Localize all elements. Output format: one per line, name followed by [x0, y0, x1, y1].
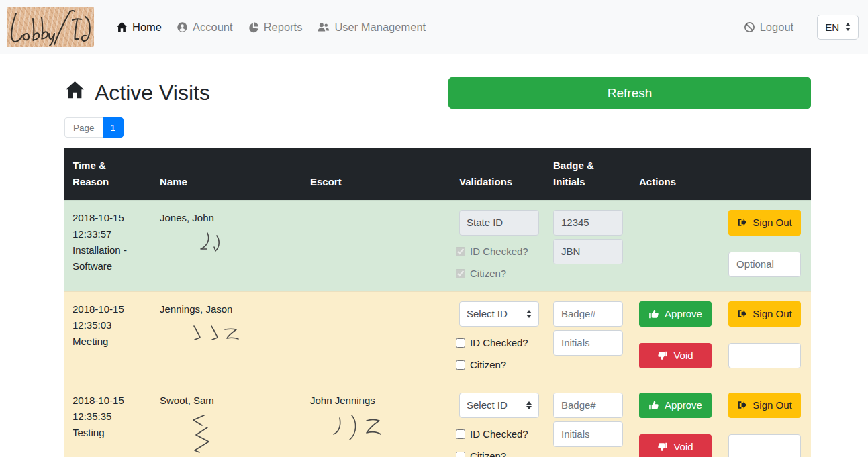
logout-link[interactable]: Logout: [736, 21, 801, 34]
pagination-label: Page: [64, 117, 103, 138]
badge-number-input: [553, 210, 623, 236]
visitor-signature-drawing: [187, 413, 227, 457]
people-group-icon: [317, 21, 330, 33]
column-header-escort: Escort: [302, 148, 451, 200]
citizen-checkbox: [456, 269, 465, 278]
visit-reason: Meeting: [73, 334, 144, 350]
home-icon-large: [64, 80, 85, 106]
id-type-value: Select ID: [467, 306, 508, 322]
signout-notes-input[interactable]: [728, 252, 801, 277]
citizen-row: Citizen?: [456, 357, 537, 373]
approve-label: Approve: [665, 308, 702, 319]
approve-void-stack: Approve Void: [639, 393, 712, 457]
signout-notes-input[interactable]: [728, 343, 801, 368]
id-checked-checkbox[interactable]: [456, 338, 465, 348]
initials-input[interactable]: [553, 421, 623, 447]
id-checked-label[interactable]: ID Checked?: [470, 335, 528, 351]
time-reason-cell: 2018-10-15 12:35:03 Meeting: [64, 291, 152, 383]
escort-name: John Jennings: [310, 393, 443, 409]
refresh-button[interactable]: Refresh: [448, 77, 811, 109]
visit-reason: Installation - Software: [73, 242, 144, 274]
sign-out-label: Sign Out: [753, 217, 791, 228]
id-checked-label: ID Checked?: [470, 244, 528, 260]
home-icon: [116, 21, 128, 33]
id-type-select[interactable]: Select ID: [459, 393, 539, 418]
nav-item-account[interactable]: Account: [169, 21, 240, 34]
main-content: Active Visits Refresh Page 1 Time & Reas…: [0, 54, 868, 457]
language-select[interactable]: EN: [817, 15, 859, 40]
app-logo[interactable]: [7, 7, 94, 47]
citizen-checkbox[interactable]: [456, 452, 465, 457]
thumbs-down-icon: [657, 442, 668, 452]
nav-item-label: Reports: [264, 21, 303, 34]
id-checked-label[interactable]: ID Checked?: [470, 426, 528, 442]
table-header-row: Time & Reason Name Escort Validations Ba…: [64, 148, 811, 200]
visit-date: 2018-10-15: [73, 210, 144, 226]
nav-links: Home Account Reports User Management: [109, 21, 433, 34]
nav-item-reports[interactable]: Reports: [240, 21, 310, 34]
time-reason-cell: 2018-10-15 12:35:35 Testing: [64, 383, 152, 457]
visitor-name: Jennings, Jason: [160, 301, 294, 317]
escort-signature-drawing: [330, 413, 394, 457]
visit-date: 2018-10-15: [73, 301, 144, 317]
citizen-row: Citizen?: [456, 266, 537, 282]
sign-out-button[interactable]: Sign Out: [728, 393, 801, 418]
sign-out-label: Sign Out: [753, 308, 791, 319]
visit-time: 12:35:03: [73, 317, 144, 334]
citizen-label[interactable]: Citizen?: [470, 448, 506, 457]
void-button[interactable]: Void: [639, 343, 712, 368]
ban-icon: [744, 21, 755, 33]
nav-item-user-management[interactable]: User Management: [309, 21, 433, 34]
pagination-page-1[interactable]: 1: [103, 117, 124, 138]
actions-cell: Sign Out: [631, 200, 811, 291]
citizen-checkbox[interactable]: [456, 360, 465, 370]
badge-initials-cell: [545, 200, 631, 291]
badge-number-input[interactable]: [553, 393, 623, 418]
up-down-caret-icon: [845, 23, 851, 31]
active-visits-table: Time & Reason Name Escort Validations Ba…: [64, 148, 811, 457]
column-header-badge-initials: Badge & Initials: [545, 148, 631, 200]
initials-input: [553, 239, 623, 264]
approve-label: Approve: [665, 399, 702, 411]
citizen-label[interactable]: Citizen?: [470, 357, 506, 373]
void-button[interactable]: Void: [639, 434, 712, 457]
user-circle-icon: [177, 21, 188, 33]
initials-input[interactable]: [553, 330, 623, 356]
pagination: Page 1: [64, 117, 124, 138]
navbar: Home Account Reports User Management L: [0, 0, 868, 54]
page-title: Active Visits: [64, 80, 210, 106]
sign-out-button[interactable]: Sign Out: [728, 301, 801, 327]
nav-item-label: User Management: [334, 21, 426, 34]
up-down-caret-icon: [526, 310, 532, 318]
nav-item-label: Account: [193, 21, 233, 34]
visit-row-jones: 2018-10-15 12:33:57 Installation - Softw…: [64, 200, 811, 291]
name-cell: Jones, John: [152, 200, 302, 291]
visitor-name: Jones, John: [160, 210, 294, 226]
sign-out-button[interactable]: Sign Out: [728, 210, 801, 236]
column-header-actions: Actions: [631, 148, 811, 200]
up-down-caret-icon: [526, 401, 532, 409]
approve-void-stack: [639, 210, 712, 277]
approve-button[interactable]: Approve: [639, 393, 712, 418]
void-label: Void: [673, 441, 693, 452]
thumbs-up-icon: [648, 400, 659, 411]
logo-handwriting: [7, 7, 94, 47]
actions-cell: Approve Void: [631, 383, 811, 457]
visit-date: 2018-10-15: [73, 393, 144, 409]
id-type-select[interactable]: Select ID: [459, 301, 539, 327]
signout-notes-input[interactable]: [728, 434, 801, 457]
sign-out-icon: [737, 400, 747, 410]
id-checked-checkbox[interactable]: [456, 429, 465, 439]
pie-chart-icon: [248, 21, 259, 33]
logout-label: Logout: [760, 21, 793, 34]
badge-initials-cell: [545, 383, 631, 457]
sign-out-icon: [737, 309, 747, 319]
nav-item-home[interactable]: Home: [109, 21, 169, 34]
signout-stack: Sign Out: [728, 393, 801, 457]
id-checked-row: ID Checked?: [456, 426, 537, 442]
approve-button[interactable]: Approve: [639, 301, 712, 327]
validations-cell: Select ID ID Checked? Citizen?: [451, 291, 545, 383]
badge-number-input[interactable]: [553, 301, 623, 327]
escort-cell: [302, 291, 451, 383]
id-type-select: State ID: [459, 210, 539, 236]
